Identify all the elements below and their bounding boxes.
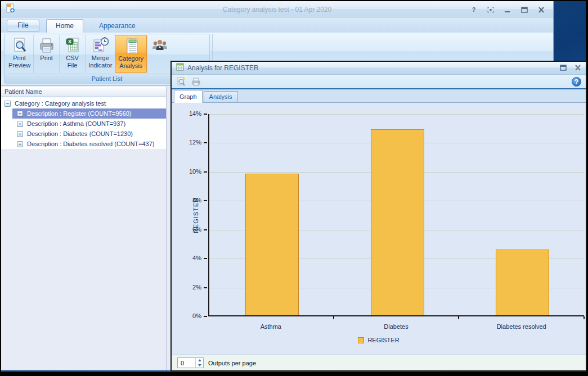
outputs-per-page-label: Outputs per page <box>208 360 256 366</box>
y-tick-label: 10% <box>179 168 201 175</box>
chart-legend: REGISTER <box>172 337 586 343</box>
y-axis-tick <box>204 316 207 317</box>
patient-tree-panel: Patient Name −Category : Category analys… <box>1 87 167 370</box>
legend-swatch <box>358 337 364 343</box>
collapse-icon[interactable]: − <box>5 101 11 107</box>
ribbon-button-label: MergeIndicator <box>88 55 112 69</box>
gridline <box>209 114 584 115</box>
help-icon[interactable]: ? <box>470 6 478 13</box>
close-icon[interactable] <box>574 63 581 73</box>
ribbon-button-users[interactable] <box>147 35 173 73</box>
y-axis-tick <box>204 229 207 230</box>
x-axis-labels: AsthmaDiabetesDiabetes resolved <box>208 323 584 330</box>
bar-diabetes-resolved <box>496 250 549 316</box>
tree-item-label: Description : Diabetes resolved (COUNT=4… <box>27 141 155 147</box>
ribbon-button-category-analysis[interactable]: CategoryAnalysis <box>115 35 147 73</box>
minimize-icon[interactable] <box>504 6 511 13</box>
merge-indicator-icon <box>91 37 109 55</box>
x-axis-tick <box>458 316 459 319</box>
tab-analysis[interactable]: Analysis <box>204 91 238 102</box>
tree-item-label: Description : Diabetes (COUNT=1230) <box>27 130 133 137</box>
ribbon-button-label: Print <box>40 55 53 62</box>
x-category-label: Asthma <box>208 323 334 330</box>
spinner-down-icon[interactable] <box>196 363 203 368</box>
ribbon-button-label: CategoryAnalysis <box>118 55 143 70</box>
y-axis-tick <box>204 200 207 201</box>
tab-file[interactable]: File <box>7 20 39 31</box>
ribbon-button-label: PrintPreview <box>8 55 30 69</box>
y-tick-label: 0% <box>179 312 201 319</box>
x-axis-tick <box>333 316 334 319</box>
ribbon-tabs-row: File Home Appearance <box>1 18 553 33</box>
analysis-footer: 0 Outputs per page <box>172 355 586 370</box>
maximize-icon[interactable] <box>520 6 528 13</box>
tab-graph[interactable]: Graph <box>174 90 203 103</box>
analysis-window: Analysis for REGISTER ? Graph Analysis R… <box>170 61 587 372</box>
y-axis-tick <box>204 114 207 115</box>
y-tick-label: 12% <box>179 139 201 146</box>
x-axis-tick <box>583 316 585 319</box>
maximize-icon[interactable] <box>560 63 567 73</box>
y-axis-tick <box>204 287 207 288</box>
expand-icon[interactable]: + <box>17 131 23 137</box>
y-axis-tick <box>204 142 207 143</box>
legend-label: REGISTER <box>367 337 399 343</box>
expand-icon[interactable]: + <box>17 111 23 117</box>
outputs-per-page-spinner[interactable]: 0 <box>177 357 204 368</box>
tree-item-label: Description : Register (COUNT=9560) <box>27 110 132 117</box>
analysis-window-title: Analysis for REGISTER <box>187 64 556 72</box>
tree-header: Patient Name <box>1 87 166 97</box>
tree-item-selected[interactable]: +Description : Register (COUNT=9560) <box>12 108 166 119</box>
analysis-window-icon <box>176 63 184 73</box>
spinner-value[interactable]: 0 <box>178 358 195 368</box>
tree-item[interactable]: +Description : Asthma (COUNT=937) <box>1 119 166 129</box>
ribbon-button-print[interactable]: Print <box>33 35 59 73</box>
spinner-up-icon[interactable] <box>196 358 203 363</box>
expand-icon[interactable]: + <box>17 121 23 127</box>
y-tick-label: 6% <box>179 226 201 233</box>
tab-home[interactable]: Home <box>46 19 83 33</box>
print-icon[interactable] <box>191 77 201 87</box>
screenshot-frame: Category analysis test - 01 Apr 2020 ? F… <box>0 0 588 376</box>
x-category-label: Diabetes resolved <box>459 323 584 330</box>
tree-item[interactable]: +Description : Diabetes (COUNT=1230) <box>1 129 166 139</box>
y-axis-tick <box>204 171 207 173</box>
users-icon <box>151 37 169 55</box>
analysis-tabs: Graph Analysis <box>172 89 586 103</box>
ribbon-button-label: CSVFile <box>66 55 79 69</box>
y-axis-tick <box>204 258 207 259</box>
chart-panel: REGISTER AsthmaDiabetesDiabetes resolved… <box>172 103 586 355</box>
bar-asthma <box>245 174 299 315</box>
ribbon-button-print-preview[interactable]: PrintPreview <box>6 35 33 73</box>
plot-area <box>208 114 584 316</box>
category-analysis-icon <box>122 37 140 55</box>
tab-appearance[interactable]: Appearance <box>90 20 145 33</box>
tree-item-label: Description : Asthma (COUNT=937) <box>27 120 125 127</box>
bar-diabetes <box>371 129 424 315</box>
ribbon-button-csv-file[interactable]: XCSVFile <box>59 35 85 73</box>
help-icon[interactable]: ? <box>572 77 581 87</box>
y-tick-label: 2% <box>179 284 201 291</box>
expand-icon[interactable]: + <box>17 141 23 147</box>
tree-item[interactable]: +Description : Diabetes resolved (COUNT=… <box>1 139 166 149</box>
print-preview-icon <box>11 37 29 55</box>
tree-root-label: Category : Category analysis test <box>15 100 106 107</box>
close-icon[interactable] <box>537 6 545 13</box>
svg-text:X: X <box>68 39 71 44</box>
ribbon-button-merge-indicator[interactable]: MergeIndicator <box>85 35 115 73</box>
main-titlebar: Category analysis test - 01 Apr 2020 ? <box>1 1 553 18</box>
y-tick-label: 14% <box>179 110 201 117</box>
svg-text:?: ? <box>472 6 476 13</box>
print-preview-icon[interactable] <box>176 77 186 87</box>
tree-rows: −Category : Category analysis test+Descr… <box>1 97 166 149</box>
print-icon <box>38 37 56 55</box>
csv-file-icon: X <box>64 37 82 55</box>
y-tick-label: 4% <box>179 255 201 261</box>
fullscreen-icon[interactable] <box>487 6 495 13</box>
tree-root-category[interactable]: −Category : Category analysis test <box>1 98 166 108</box>
y-tick-label: 8% <box>179 197 201 203</box>
analysis-toolbar: ? <box>172 75 586 89</box>
x-category-label: Diabetes <box>334 323 459 330</box>
analysis-titlebar: Analysis for REGISTER <box>172 62 586 75</box>
